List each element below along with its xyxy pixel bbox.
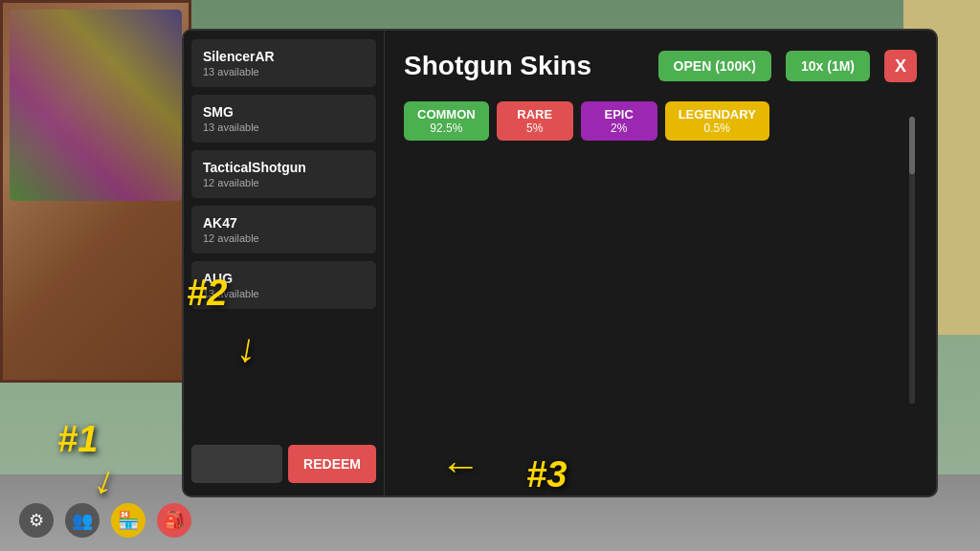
rarity-legendary: LEGENDARY 0.5% <box>665 101 769 141</box>
rarity-common-name: COMMON <box>417 107 476 121</box>
rarity-legendary-pct: 0.5% <box>679 121 756 135</box>
item-count-smg: 13 available <box>203 121 365 133</box>
open10-button[interactable]: 10x (1M) <box>786 51 870 81</box>
scrollbar[interactable] <box>909 117 915 404</box>
rarity-epic-pct: 2% <box>594 121 644 135</box>
redeem-button[interactable]: REDEEM <box>288 445 376 483</box>
rarity-common: COMMON 92.5% <box>404 101 489 141</box>
sidebar-item-ak47[interactable]: AK47 12 available <box>191 206 376 253</box>
item-count-silencerar: 13 available <box>203 66 365 77</box>
item-name-aug: AUG <box>203 271 365 286</box>
sidebar-item-tacticalshotgun[interactable]: TacticalShotgun 12 available <box>191 150 376 198</box>
modal-title: Shotgun Skins <box>404 51 644 81</box>
sidebar-item-smg[interactable]: SMG 13 available <box>191 95 376 143</box>
item-count-tacticalshotgun: 12 available <box>203 177 365 188</box>
modal-header: Shotgun Skins OPEN (100K) 10x (1M) X <box>404 50 917 82</box>
arrow-3: ← <box>440 443 480 489</box>
annotation-1: #1 <box>57 419 98 460</box>
main-content: Shotgun Skins OPEN (100K) 10x (1M) X COM… <box>385 31 936 496</box>
gear-icon[interactable]: ⚙ <box>19 503 54 538</box>
sidebar-bottom: REDEEM <box>184 437 384 491</box>
scrollbar-thumb[interactable] <box>909 117 915 174</box>
bottom-toolbar: ⚙ 👥 🏪 🎒 <box>0 489 980 551</box>
code-input[interactable] <box>191 445 282 483</box>
group-icon[interactable]: 👥 <box>65 503 100 538</box>
shop-icon[interactable]: 🏪 <box>111 503 145 538</box>
rarity-epic: EPIC 2% <box>581 101 657 141</box>
annotation-3: #3 <box>526 454 567 496</box>
rarity-epic-name: EPIC <box>594 107 644 121</box>
rarity-row: COMMON 92.5% RARE 5% EPIC 2% LEGENDARY 0… <box>404 101 917 141</box>
item-name-tacticalshotgun: TacticalShotgun <box>203 160 365 175</box>
rarity-rare-name: RARE <box>510 107 560 121</box>
item-name-smg: SMG <box>203 104 365 120</box>
weapon-sidebar: SilencerAR 13 available SMG 13 available… <box>184 31 385 496</box>
annotation-2: #2 <box>187 273 227 314</box>
graffiti <box>10 10 182 201</box>
sidebar-item-silencerar[interactable]: SilencerAR 13 available <box>191 39 376 87</box>
close-button[interactable]: X <box>884 50 917 82</box>
rarity-rare-pct: 5% <box>510 121 560 135</box>
item-count-aug: 13 available <box>203 288 365 299</box>
rarity-legendary-name: LEGENDARY <box>679 107 756 121</box>
modal: SilencerAR 13 available SMG 13 available… <box>182 29 938 497</box>
item-name-silencerar: SilencerAR <box>203 49 365 64</box>
item-count-ak47: 12 available <box>203 232 365 244</box>
rarity-rare: RARE 5% <box>497 101 573 141</box>
item-name-ak47: AK47 <box>203 215 365 231</box>
open-button[interactable]: OPEN (100K) <box>658 51 771 81</box>
rarity-common-pct: 92.5% <box>417 121 476 135</box>
inventory-icon[interactable]: 🎒 <box>157 503 191 538</box>
